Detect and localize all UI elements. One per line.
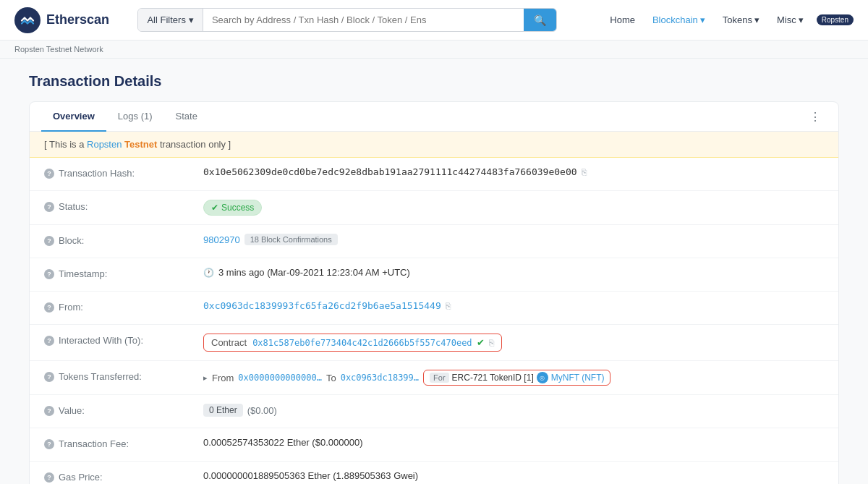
- value-from: 0xc0963dc1839993fc65fa26cd2f9b6ae5a15154…: [203, 300, 824, 311]
- alert-testnet-label: Testnet: [124, 139, 157, 150]
- tab-state[interactable]: State: [164, 102, 209, 132]
- gas-price-value: 0.000000001889505363 Ether (1.889505363 …: [203, 470, 418, 481]
- help-icon-gas[interactable]: ?: [44, 472, 54, 483]
- chevron-down-icon: ▾: [700, 14, 705, 25]
- label-transaction-fee: ? Transaction Fee:: [44, 437, 203, 449]
- chevron-down-icon: ▾: [189, 14, 194, 25]
- from-address-link[interactable]: 0xc0963dc1839993fc65fa26cd2f9b6ae5a15154…: [203, 300, 441, 311]
- nav-blockchain[interactable]: Blockchain ▾: [645, 10, 712, 30]
- contract-address-link[interactable]: 0x81c587eb0fe773404c42c1d2666b5f557c470e…: [252, 338, 472, 348]
- row-transaction-hash: ? Transaction Hash: 0x10e5062309de0cd0be…: [30, 158, 838, 191]
- help-icon-txhash[interactable]: ?: [44, 169, 54, 179]
- copy-txhash-icon[interactable]: ⎘: [582, 167, 587, 177]
- nft-icon: ◎: [537, 372, 548, 383]
- row-block: ? Block: 9802970 18 Block Confirmations: [30, 225, 838, 258]
- chevron-down-icon: ▾: [799, 14, 804, 25]
- nav-tokens[interactable]: Tokens ▾: [715, 10, 767, 30]
- value-timestamp: 🕐 3 mins ago (Mar-09-2021 12:23:04 AM +U…: [203, 267, 824, 278]
- main-container: Transaction Details Overview Logs (1) St…: [14, 59, 854, 484]
- row-tokens-transferred: ? Tokens Transferred: ▸ From 0x000000000…: [30, 361, 838, 395]
- txhash-value: 0x10e5062309de0cd0be7edc92e8dbab191aa279…: [203, 166, 577, 177]
- tab-more-options[interactable]: ⋮: [804, 104, 827, 130]
- help-icon-value[interactable]: ?: [44, 406, 54, 416]
- nft-badge: For ERC-721 TokenID [1] ◎ MyNFT (NFT): [423, 370, 610, 386]
- alert-ropsten-link[interactable]: Ropsten: [87, 139, 122, 150]
- tokens-from-addr[interactable]: 0x0000000000000…: [238, 373, 322, 383]
- help-icon-interacted[interactable]: ?: [44, 336, 54, 346]
- help-icon-from[interactable]: ?: [44, 302, 54, 313]
- search-bar: All Filters ▾ 🔍: [137, 8, 557, 32]
- help-icon-block[interactable]: ?: [44, 236, 54, 246]
- nav-links: Home Blockchain ▾ Tokens ▾ Misc ▾ Ropste…: [603, 10, 854, 30]
- network-label: Ropsten Testnet Network: [14, 45, 103, 54]
- row-status: ? Status: ✔ Success: [30, 191, 838, 225]
- help-icon-status[interactable]: ?: [44, 202, 54, 212]
- page-title: Transaction Details: [29, 73, 839, 90]
- status-text: Success: [221, 203, 254, 213]
- filter-label: All Filters: [147, 14, 185, 25]
- erc-label: ERC-721 TokenID [1]: [452, 373, 534, 383]
- block-number-link[interactable]: 9802970: [203, 234, 240, 245]
- sub-bar: Ropsten Testnet Network: [0, 41, 868, 59]
- search-button[interactable]: 🔍: [524, 9, 556, 31]
- label-block: ? Block:: [44, 234, 203, 246]
- chevron-down-icon: ▾: [754, 14, 760, 25]
- check-icon: ✔: [211, 203, 218, 213]
- logo-link[interactable]: Etherscan: [14, 7, 109, 33]
- label-from: ? From:: [44, 300, 203, 313]
- ether-amount: 0 Ether: [203, 404, 243, 417]
- value-tokens-transferred: ▸ From 0x0000000000000… To 0xc0963dc1839…: [203, 370, 824, 386]
- label-value: ? Value:: [44, 404, 203, 416]
- value-value: 0 Ether ($0.00): [203, 404, 824, 417]
- nav-misc[interactable]: Misc ▾: [770, 10, 811, 30]
- label-gas-price: ? Gas Price:: [44, 470, 203, 483]
- transaction-card: Overview Logs (1) State ⋮ [ This is a Ro…: [29, 101, 839, 484]
- row-gas-price: ? Gas Price: 0.000000001889505363 Ether …: [30, 462, 838, 484]
- row-from: ? From: 0xc0963dc1839993fc65fa26cd2f9b6a…: [30, 292, 838, 325]
- copy-from-icon[interactable]: ⎘: [446, 301, 451, 311]
- value-status: ✔ Success: [203, 200, 824, 216]
- help-icon-timestamp[interactable]: ?: [44, 269, 54, 279]
- alert-prefix: [ This is a: [44, 139, 87, 150]
- usd-value: ($0.00): [247, 405, 277, 416]
- status-badge: ✔ Success: [203, 200, 262, 216]
- tokens-to-label: To: [326, 373, 336, 383]
- row-value: ? Value: 0 Ether ($0.00): [30, 395, 838, 428]
- tab-overview[interactable]: Overview: [41, 102, 106, 132]
- nft-name-link[interactable]: MyNFT (NFT): [551, 373, 605, 383]
- network-badge: Ropsten: [817, 14, 854, 25]
- nav-home[interactable]: Home: [603, 10, 642, 30]
- row-transaction-fee: ? Transaction Fee: 0.00052574353022 Ethe…: [30, 428, 838, 462]
- row-interacted-with: ? Interacted With (To): Contract 0x81c58…: [30, 325, 838, 361]
- help-icon-tokens[interactable]: ?: [44, 372, 54, 382]
- value-transaction-fee: 0.00052574353022 Ether ($0.000000): [203, 437, 824, 448]
- ropsten-alert: [ This is a Ropsten Testnet transaction …: [30, 132, 838, 158]
- value-interacted-with: Contract 0x81c587eb0fe773404c42c1d2666b5…: [203, 334, 824, 352]
- block-confirmations: 18 Block Confirmations: [244, 234, 338, 245]
- label-status: ? Status:: [44, 200, 203, 212]
- contract-box: Contract 0x81c587eb0fe773404c42c1d2666b5…: [203, 334, 502, 352]
- value-transaction-hash: 0x10e5062309de0cd0be7edc92e8dbab191aa279…: [203, 166, 824, 177]
- contract-label: Contract: [211, 337, 247, 348]
- copy-contract-icon[interactable]: ⎘: [489, 338, 494, 348]
- search-input[interactable]: [203, 9, 524, 31]
- timestamp-text: 3 mins ago (Mar-09-2021 12:23:04 AM +UTC…: [218, 267, 410, 278]
- clock-icon: 🕐: [203, 268, 214, 278]
- for-label: For: [430, 373, 449, 383]
- label-interacted-with: ? Interacted With (To):: [44, 334, 203, 346]
- tokens-to-addr[interactable]: 0xc0963dc18399…: [341, 373, 419, 383]
- row-timestamp: ? Timestamp: 🕐 3 mins ago (Mar-09-2021 1…: [30, 258, 838, 292]
- token-arrow-icon: ▸: [203, 373, 208, 383]
- value-gas-price: 0.000000001889505363 Ether (1.889505363 …: [203, 470, 824, 481]
- help-icon-fee[interactable]: ?: [44, 439, 54, 449]
- search-filter-dropdown[interactable]: All Filters ▾: [138, 9, 203, 31]
- verified-icon: ✔: [477, 337, 485, 348]
- logo-icon: [14, 7, 41, 33]
- alert-suffix: transaction only ]: [160, 139, 231, 150]
- fee-value: 0.00052574353022 Ether ($0.000000): [203, 437, 362, 448]
- tabs-bar: Overview Logs (1) State ⋮: [30, 102, 838, 132]
- top-nav: Etherscan All Filters ▾ 🔍 Home Blockchai…: [0, 0, 868, 41]
- tab-logs[interactable]: Logs (1): [106, 102, 164, 132]
- value-block: 9802970 18 Block Confirmations: [203, 234, 824, 245]
- label-timestamp: ? Timestamp:: [44, 267, 203, 279]
